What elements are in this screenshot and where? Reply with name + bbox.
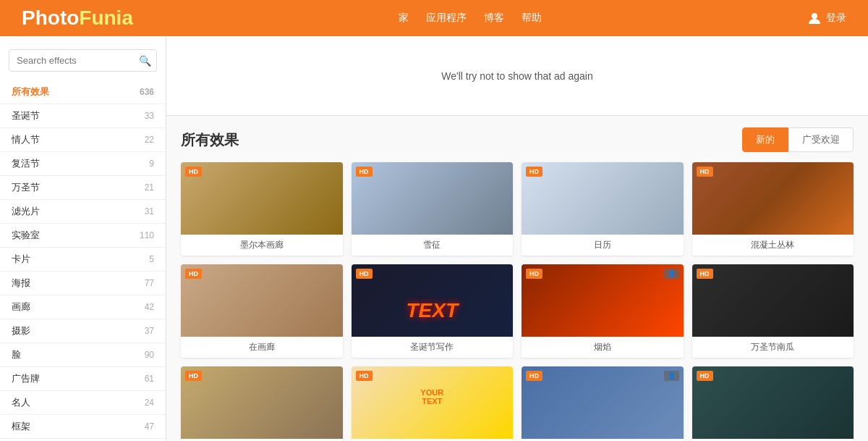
hd-badge: HD — [526, 167, 542, 177]
sidebar-label: 复活节 — [12, 157, 40, 170]
sidebar-item-0[interactable]: 所有效果636 — [0, 80, 166, 104]
effect-card-8[interactable]: HD 国立博物馆 — [181, 366, 343, 441]
sidebar-item-9[interactable]: 画廊42 — [0, 295, 166, 319]
search-box: 🔍 — [9, 49, 157, 72]
sidebar-item-11[interactable]: 脸90 — [0, 343, 166, 367]
effect-card-10[interactable]: HD 👤 哈雷戴维森 — [522, 366, 684, 441]
hd-badge: HD — [697, 371, 713, 381]
sidebar-count: 77 — [145, 278, 154, 288]
search-input[interactable] — [9, 49, 157, 72]
sidebar-item-7[interactable]: 卡片5 — [0, 248, 166, 272]
hd-badge: HD — [526, 269, 542, 279]
effect-image-8: HD — [181, 366, 343, 439]
hd-badge: HD — [185, 371, 202, 381]
sidebar-item-10[interactable]: 摄影37 — [0, 319, 166, 343]
effect-image-11: HD — [692, 366, 854, 439]
effects-header: 所有效果 新的 广受欢迎 — [181, 127, 854, 152]
search-icon: 🔍 — [139, 55, 151, 67]
effect-card-11[interactable]: HD 百老汇之夜 — [692, 366, 854, 441]
effect-image-0: HD — [181, 162, 343, 235]
sidebar-count: 31 — [145, 206, 154, 217]
nav-help[interactable]: 帮助 — [522, 12, 542, 25]
svg-point-0 — [812, 13, 817, 19]
user-badge: 👤 — [664, 269, 679, 279]
effect-label-6: 烟焰 — [522, 337, 684, 358]
sidebar-count: 22 — [145, 135, 154, 145]
ad-notice-text: We'll try not to show that ad again — [441, 70, 592, 82]
nav-home[interactable]: 家 — [399, 12, 409, 25]
hd-badge: HD — [356, 269, 373, 279]
nav-apps[interactable]: 应用程序 — [426, 12, 467, 25]
nav-blog[interactable]: 博客 — [484, 12, 504, 25]
sidebar-item-4[interactable]: 万圣节21 — [0, 176, 166, 200]
sidebar-label: 圣诞节 — [12, 109, 40, 122]
sidebar-label: 情人节 — [12, 133, 40, 146]
sidebar-item-5[interactable]: 滤光片31 — [0, 200, 166, 224]
effect-card-3[interactable]: HD 混凝土丛林 — [692, 162, 854, 256]
text-overlay: TEXT — [406, 299, 458, 322]
sidebar-item-2[interactable]: 情人节22 — [0, 128, 166, 152]
your-text: YOURTEXT — [420, 388, 443, 406]
effect-label-0: 墨尔本画廊 — [181, 235, 343, 256]
effect-card-1[interactable]: HD 雪征 — [352, 162, 514, 256]
sidebar-count: 33 — [145, 111, 154, 121]
effect-label-7: 万圣节南瓜 — [692, 337, 854, 358]
sidebar-label: 所有效果 — [12, 85, 49, 98]
effect-image-9: HD YOURTEXT — [352, 366, 514, 439]
sidebar-count: 90 — [145, 350, 154, 360]
main-content: We'll try not to show that ad again 所有效果… — [166, 36, 868, 441]
effect-card-9[interactable]: HD YOURTEXT 冲浪板 — [352, 366, 514, 441]
effect-card-4[interactable]: HD 在画廊 — [181, 264, 343, 358]
hd-badge: HD — [697, 269, 713, 279]
effects-grid: HD 墨尔本画廊 HD 雪征 HD 日历 HD 混凝土丛林 HD — [181, 162, 854, 441]
login-label: 登录 — [826, 12, 846, 25]
sidebar-item-6[interactable]: 实验室110 — [0, 224, 166, 248]
user-area[interactable]: 登录 — [807, 11, 846, 25]
effect-image-7: HD — [692, 264, 854, 337]
sidebar-label: 海报 — [12, 277, 30, 290]
sidebar-item-14[interactable]: 框架47 — [0, 415, 166, 439]
effect-card-2[interactable]: HD 日历 — [522, 162, 684, 256]
effect-image-3: HD — [692, 162, 854, 235]
sidebar-label: 实验室 — [12, 229, 40, 242]
sidebar-count: 5 — [149, 254, 154, 264]
effect-image-4: HD — [181, 264, 343, 337]
sidebar-label: 名人 — [12, 396, 30, 409]
effect-card-5[interactable]: HD TEXT 圣诞节写作 — [352, 264, 514, 358]
logo[interactable]: PhotoFunia — [22, 7, 133, 30]
hd-badge: HD — [185, 269, 202, 279]
effects-section: 所有效果 新的 广受欢迎 HD 墨尔本画廊 HD 雪征 HD 日历 — [166, 116, 868, 441]
sidebar-label: 画廊 — [12, 301, 30, 314]
sidebar-label: 广告牌 — [12, 372, 40, 385]
hd-badge: HD — [697, 167, 713, 177]
sidebar-count: 24 — [145, 398, 154, 408]
sidebar: 🔍 所有效果636圣诞节33情人节22复活节9万圣节21滤光片31实验室110卡… — [0, 36, 166, 441]
filter-popular-button[interactable]: 广受欢迎 — [788, 127, 854, 152]
effect-card-6[interactable]: HD 👤 烟焰 — [522, 264, 684, 358]
sidebar-item-1[interactable]: 圣诞节33 — [0, 104, 166, 128]
sidebar-count: 110 — [140, 230, 154, 240]
page-container: 🔍 所有效果636圣诞节33情人节22复活节9万圣节21滤光片31实验室110卡… — [0, 36, 868, 441]
hd-badge: HD — [356, 167, 373, 177]
sidebar-count: 636 — [140, 87, 154, 97]
effect-label-1: 雪征 — [352, 235, 514, 256]
filter-new-button[interactable]: 新的 — [742, 127, 788, 152]
effect-card-0[interactable]: HD 墨尔本画廊 — [181, 162, 343, 256]
filter-buttons: 新的 广受欢迎 — [742, 127, 854, 152]
effect-image-10: HD 👤 — [522, 366, 684, 439]
hd-badge: HD — [185, 167, 202, 177]
sidebar-label: 摄影 — [12, 324, 30, 337]
effect-image-1: HD — [352, 162, 514, 235]
sidebar-item-8[interactable]: 海报77 — [0, 272, 166, 295]
effect-image-6: HD 👤 — [522, 264, 684, 337]
user-badge: 👤 — [664, 371, 679, 381]
sidebar-item-13[interactable]: 名人24 — [0, 391, 166, 415]
sidebar-label: 万圣节 — [12, 181, 40, 194]
effects-title: 所有效果 — [181, 130, 239, 150]
sidebar-label: 脸 — [12, 348, 21, 361]
effect-label-2: 日历 — [522, 235, 684, 256]
hd-badge: HD — [356, 371, 373, 381]
sidebar-item-3[interactable]: 复活节9 — [0, 152, 166, 176]
sidebar-item-12[interactable]: 广告牌61 — [0, 367, 166, 391]
effect-card-7[interactable]: HD 万圣节南瓜 — [692, 264, 854, 358]
